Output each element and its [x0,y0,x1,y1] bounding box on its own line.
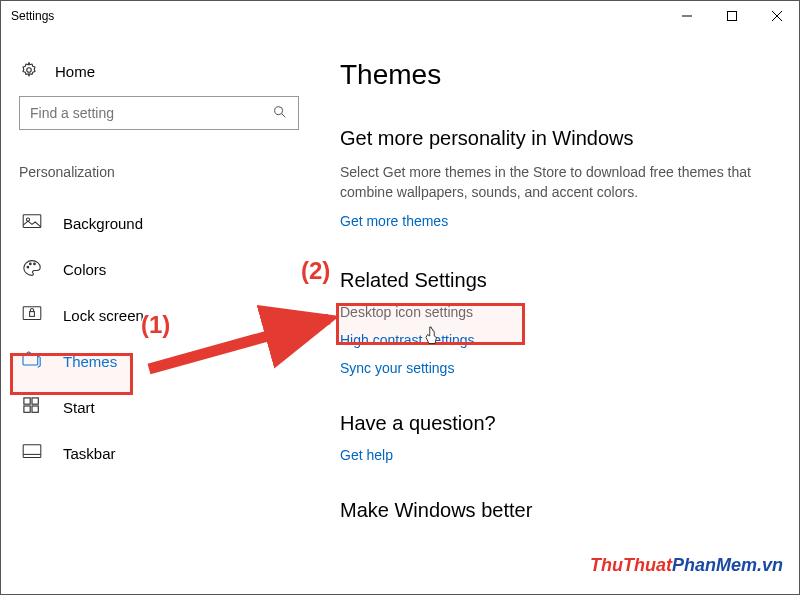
sidebar-item-colors[interactable]: Colors [19,246,316,292]
svg-point-4 [27,68,32,73]
sidebar-item-lockscreen[interactable]: Lock screen [19,292,316,338]
content: Home Personalization Background Colors [1,31,799,594]
get-more-themes-link[interactable]: Get more themes [340,213,783,229]
home-nav[interactable]: Home [19,55,316,96]
minimize-button[interactable] [664,1,709,31]
sidebar-item-label: Background [63,215,143,232]
taskbar-icon [21,444,43,463]
svg-rect-14 [23,353,38,364]
search-icon [272,104,288,123]
related-heading: Related Settings [340,269,783,292]
svg-rect-7 [23,214,41,227]
window-controls [664,1,799,31]
sidebar-item-label: Taskbar [63,445,116,462]
sidebar-item-start[interactable]: Start [19,384,316,430]
home-label: Home [55,63,95,80]
svg-point-10 [30,263,32,265]
svg-rect-13 [30,311,35,316]
question-block: Have a question? Get help [340,412,783,463]
better-heading: Make Windows better [340,499,783,522]
sync-your-settings-link[interactable]: Sync your settings [340,360,783,376]
sidebar-item-label: Colors [63,261,106,278]
question-heading: Have a question? [340,412,783,435]
sidebar-item-label: Start [63,399,95,416]
window-title: Settings [11,9,54,23]
search-input[interactable] [30,105,272,121]
svg-rect-19 [23,444,41,457]
search-box[interactable] [19,96,299,130]
sidebar-item-themes[interactable]: Themes [19,338,316,384]
personality-heading: Get more personality in Windows [340,127,783,150]
themes-icon [21,351,43,372]
personality-desc: Select Get more themes in the Store to d… [340,162,760,203]
sidebar-item-label: Themes [63,353,117,370]
svg-line-6 [282,113,286,117]
main-panel: Themes Get more personality in Windows S… [316,31,799,594]
svg-rect-15 [24,397,30,403]
sidebar-item-background[interactable]: Background [19,200,316,246]
close-button[interactable] [754,1,799,31]
maximize-button[interactable] [709,1,754,31]
svg-rect-17 [24,406,30,412]
palette-icon [21,259,43,280]
sidebar-item-taskbar[interactable]: Taskbar [19,430,316,476]
start-icon [21,397,43,418]
svg-rect-16 [32,397,38,403]
page-title: Themes [340,59,783,91]
sidebar-item-label: Lock screen [63,307,144,324]
sidebar: Home Personalization Background Colors [1,31,316,594]
svg-point-11 [34,263,36,265]
picture-icon [21,214,43,233]
svg-point-5 [275,106,283,114]
sidebar-section: Personalization [19,164,316,180]
svg-point-9 [27,266,29,268]
gear-icon [19,61,39,82]
desktop-icon-settings-link[interactable]: Desktop icon settings [340,304,783,320]
svg-rect-18 [32,406,38,412]
svg-rect-1 [727,12,736,21]
lockscreen-icon [21,306,43,325]
high-contrast-settings-link[interactable]: High contrast settings [340,332,783,348]
personality-block: Get more personality in Windows Select G… [340,127,783,229]
titlebar: Settings [1,1,799,31]
related-block: Related Settings Desktop icon settings H… [340,269,783,376]
get-help-link[interactable]: Get help [340,447,783,463]
